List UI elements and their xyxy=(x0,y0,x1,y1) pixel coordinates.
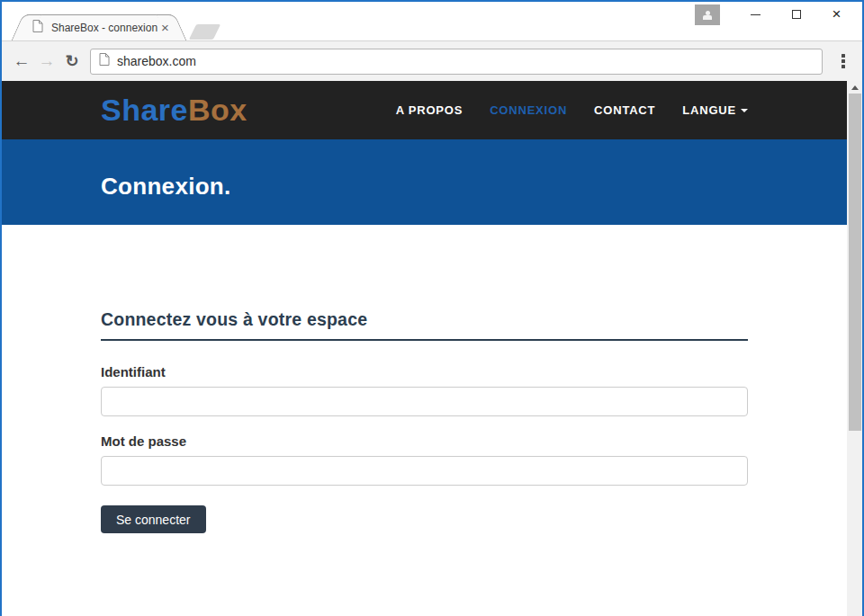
web-page: ShareBox A PROPOS CONNEXION CONTACT LANG… xyxy=(2,81,862,616)
minimize-icon xyxy=(751,14,760,15)
login-heading: Connectez vous à votre espace xyxy=(101,309,748,330)
page-icon xyxy=(32,20,43,36)
browser-window: ShareBox - connexion × × ← → ↻ sharebox.… xyxy=(0,0,864,616)
page-scrollbar[interactable] xyxy=(847,81,862,616)
close-button[interactable]: × xyxy=(816,2,857,27)
sharebox-logo[interactable]: ShareBox xyxy=(101,93,248,128)
mot-de-passe-input[interactable] xyxy=(101,456,748,486)
identifiant-label: Identifiant xyxy=(101,364,748,379)
refresh-icon: ↻ xyxy=(65,52,78,70)
browser-tab[interactable]: ShareBox - connexion × xyxy=(27,14,171,40)
mot-de-passe-label: Mot de passe xyxy=(101,433,748,449)
tab-close-icon[interactable]: × xyxy=(158,22,173,34)
site-navbar: ShareBox A PROPOS CONNEXION CONTACT LANG… xyxy=(2,81,862,139)
back-icon: ← xyxy=(14,51,31,70)
heading-divider xyxy=(101,339,748,341)
nav-item-langue[interactable]: LANGUE xyxy=(682,103,748,117)
nav-item-a-propos[interactable]: A PROPOS xyxy=(396,103,464,117)
back-button[interactable]: ← xyxy=(9,51,34,71)
logo-text-share: Share xyxy=(101,93,188,127)
scrollbar-thumb[interactable] xyxy=(849,94,861,431)
logo-text-box: Box xyxy=(188,93,248,127)
browser-menu-button[interactable] xyxy=(835,54,851,68)
tab-title: ShareBox - connexion xyxy=(51,22,158,34)
nav-item-contact[interactable]: CONTACT xyxy=(594,103,655,117)
se-connecter-button[interactable]: Se connecter xyxy=(101,505,206,533)
page-banner: Connexion. xyxy=(2,139,862,225)
title-bar: ShareBox - connexion × × xyxy=(2,2,862,40)
profile-button[interactable] xyxy=(695,4,720,25)
page-icon xyxy=(99,53,110,69)
banner-title: Connexion. xyxy=(101,173,748,201)
minimize-button[interactable] xyxy=(735,2,776,27)
scroll-up-arrow-icon[interactable] xyxy=(851,85,859,90)
url-text: sharebox.com xyxy=(117,54,196,68)
window-controls: × xyxy=(695,2,857,29)
chevron-down-icon xyxy=(741,109,748,112)
login-section: Connectez vous à votre espace Identifian… xyxy=(101,309,748,533)
forward-icon: → xyxy=(39,51,56,70)
identifiant-input[interactable] xyxy=(101,387,748,416)
new-tab-button[interactable] xyxy=(189,24,220,40)
maximize-button[interactable] xyxy=(776,2,816,27)
refresh-button[interactable]: ↻ xyxy=(59,51,85,71)
close-icon: × xyxy=(832,10,842,19)
site-menu: A PROPOS CONNEXION CONTACT LANGUE xyxy=(396,81,748,139)
forward-button[interactable]: → xyxy=(34,51,59,71)
address-bar[interactable]: sharebox.com xyxy=(90,49,823,75)
maximize-icon xyxy=(792,10,801,19)
person-icon xyxy=(702,11,713,20)
browser-toolbar: ← → ↻ sharebox.com xyxy=(2,40,862,81)
nav-item-connexion[interactable]: CONNEXION xyxy=(490,103,567,117)
